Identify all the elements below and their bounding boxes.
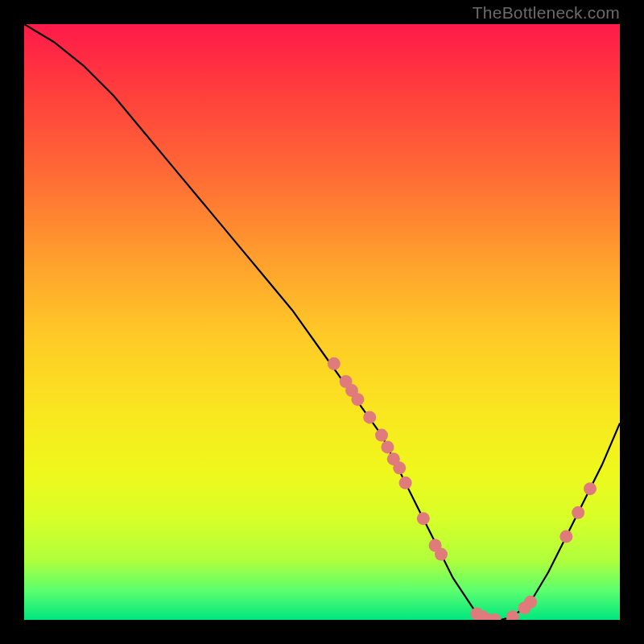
data-point [559, 530, 572, 543]
attribution-label: TheBottleneck.com [473, 3, 620, 23]
data-point [393, 461, 406, 474]
data-point [584, 482, 597, 495]
data-point [351, 393, 364, 406]
plot-area [24, 24, 620, 620]
data-point [399, 477, 412, 489]
data-point [381, 440, 394, 453]
marker-group [328, 357, 597, 620]
chart-svg [24, 24, 620, 620]
data-point [375, 429, 388, 442]
data-point [417, 512, 430, 525]
data-point [435, 548, 448, 561]
data-point [506, 610, 519, 620]
data-point [572, 506, 584, 519]
bottleneck-curve [24, 24, 620, 620]
chart-frame: TheBottleneck.com [0, 0, 644, 644]
data-point [524, 596, 537, 609]
data-point [363, 411, 376, 423]
data-point [328, 357, 341, 370]
